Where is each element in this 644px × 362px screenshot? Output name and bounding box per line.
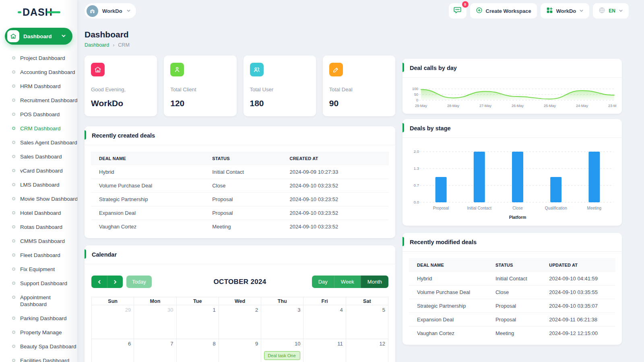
- calendar-day-cell[interactable]: 9: [219, 339, 261, 362]
- calendar-prev-button[interactable]: [91, 276, 107, 288]
- sidebar-item-crm-dashboard[interactable]: CRM Dashboard: [0, 121, 77, 136]
- table-cell: Vaughan Cortez: [91, 220, 204, 234]
- sidebar-item-beauty-spa-dashboard[interactable]: Beauty Spa Dashboard: [0, 339, 77, 354]
- stat-value: WorkDo: [91, 99, 151, 108]
- calendar-day-cell[interactable]: 4: [303, 305, 346, 339]
- table-cell: 2024-09-10 03:35:55: [541, 286, 615, 299]
- calendar-day-cell[interactable]: 29: [92, 305, 134, 339]
- card-title: Recently created deals: [92, 132, 155, 139]
- sidebar-item-sales-dashboard[interactable]: Sales Dashboard: [0, 150, 77, 164]
- calendar-day-cell[interactable]: 5: [346, 305, 388, 339]
- create-workspace-button[interactable]: Create Workspace: [470, 3, 537, 19]
- sidebar-item-facilities-dashboard[interactable]: Facilities Dashboard: [0, 354, 77, 362]
- card-header: Recently modified deals: [402, 233, 622, 252]
- sidebar-item-hrm-dashboard[interactable]: HRM Dashboard: [0, 79, 77, 93]
- page-title: Dashboard: [85, 30, 644, 39]
- sidebar-item-parking-dashboard[interactable]: Parking Dashboard: [0, 311, 77, 325]
- sidebar-item-fix-equipment[interactable]: Fix Equipment: [0, 262, 77, 276]
- table-row: HybridInitial Contact2024-09-10 04:41:59: [409, 272, 615, 286]
- sidebar-item-support-dashboard[interactable]: Support Dashboard: [0, 276, 77, 290]
- bullet-ring-icon: [12, 99, 15, 102]
- sidebar-item-appointment-dashboard[interactable]: Appointment Dashboard: [0, 290, 77, 311]
- sidebar-item-pos-dashboard[interactable]: POS Dashboard: [0, 107, 77, 121]
- sidebar-item-label: Project Dashboard: [20, 55, 65, 62]
- calendar-day-cell[interactable]: 7: [134, 339, 176, 362]
- svg-text:0.0: 0.0: [414, 200, 419, 204]
- sidebar-item-fleet-dashboard[interactable]: Fleet Dashboard: [0, 248, 77, 262]
- calendar-week-row: 678910Deal task One1112: [92, 339, 388, 362]
- workspace-switcher[interactable]: WorkDo: [85, 3, 136, 19]
- calendar-day-cell[interactable]: 10Deal task One: [261, 339, 303, 362]
- calendar-event[interactable]: Deal task One: [264, 351, 300, 360]
- calendar-day-cell[interactable]: 3: [261, 305, 303, 339]
- calendar-view-day-button[interactable]: Day: [312, 276, 334, 288]
- calendar-day-cell[interactable]: 6: [92, 339, 134, 362]
- sidebar-item-label: Facilities Dashboard: [20, 357, 69, 362]
- calendar-day-cell[interactable]: 1: [177, 305, 219, 339]
- calendar-day-cell[interactable]: 2: [219, 305, 261, 339]
- calendar-today-button[interactable]: Today: [126, 276, 152, 288]
- sidebar-item-accounting-dashboard[interactable]: Accounting Dashboard: [0, 65, 77, 79]
- stat-value: 120: [170, 99, 230, 108]
- table-cell: Vaughan Cortez: [409, 327, 487, 340]
- table-header-row: DEAL NAMESTATUSCREATED AT: [91, 152, 389, 165]
- table-cell: 2024-09-10 04:41:59: [541, 272, 615, 286]
- day-of-week-header: Mon: [134, 297, 176, 305]
- calendar-dow-row: SunMonTueWedThuFriSat: [92, 297, 388, 305]
- left-column: Good Evening,WorkDoTotal Client120Total …: [85, 56, 395, 362]
- calendar-day-cell[interactable]: 12: [346, 339, 388, 362]
- calendar-next-button[interactable]: [107, 276, 123, 288]
- sidebar-item-label: Beauty Spa Dashboard: [20, 343, 76, 350]
- calendar-view-week-button[interactable]: Week: [334, 276, 361, 288]
- day-number: 7: [170, 341, 173, 347]
- column-header: STATUS: [204, 152, 281, 165]
- calendar-day-cell[interactable]: 30: [134, 305, 176, 339]
- chevron-down-icon: [61, 33, 66, 40]
- card-title: Calendar: [92, 251, 117, 258]
- bullet-ring-icon: [12, 225, 15, 228]
- sidebar-item-vcard-dashboard[interactable]: vCard Dashboard: [0, 164, 77, 178]
- sidebar-item-rotas-dashboard[interactable]: Rotas Dashboard: [0, 220, 77, 234]
- calendar-day-cell[interactable]: 8: [177, 339, 219, 362]
- table-row: Volume Purchase DealClose2024-09-10 03:2…: [91, 179, 389, 193]
- table-cell: 2024-09-10 03:23:52: [282, 193, 389, 206]
- right-column: Deal calls by day 10050029-May28-May27-M…: [402, 59, 622, 362]
- day-number: 12: [380, 341, 385, 347]
- sidebar-item-project-dashboard[interactable]: Project Dashboard: [0, 51, 77, 65]
- column-header: DEAL NAME: [409, 258, 487, 272]
- svg-text:1.3: 1.3: [414, 166, 419, 171]
- sidebar-item-recruitment-dashboard[interactable]: Recruitment Dashboard: [0, 93, 77, 107]
- deal-calls-card: Deal calls by day 10050029-May28-May27-M…: [402, 59, 622, 114]
- table-cell: 2024-09-12 12:15:00: [541, 327, 615, 340]
- sidebar-item-lms-dashboard[interactable]: LMS Dashboard: [0, 178, 77, 192]
- calendar-view-month-button[interactable]: Month: [361, 276, 388, 288]
- sidebar-item-label: POS Dashboard: [20, 111, 60, 118]
- stat-card: Total Deal90: [323, 56, 395, 116]
- chevron-down-icon: [619, 8, 623, 14]
- table-cell: Strategic Partnership: [409, 299, 487, 313]
- sidebar-item-sales-agent-dashboard[interactable]: Sales Agent Dashboard: [0, 136, 77, 150]
- calendar-day-cell[interactable]: 11: [303, 339, 346, 362]
- day-number: 3: [297, 307, 300, 313]
- sidebar-item-label: Support Dashboard: [20, 280, 67, 287]
- app-logo[interactable]: DASH: [0, 0, 77, 25]
- svg-text:2.0: 2.0: [414, 149, 419, 154]
- sidebar-item-hotel-dashboard[interactable]: Hotel Dashboard: [0, 206, 77, 220]
- user-icon: [170, 63, 184, 76]
- sidebar-item-movie-show-dashboard[interactable]: Movie Show Dashboard: [0, 192, 77, 206]
- day-number: 29: [125, 307, 131, 313]
- messages-badge: 0: [462, 1, 469, 8]
- messages-button[interactable]: 0: [449, 3, 466, 19]
- sidebar-item-cmms-dashboard[interactable]: CMMS Dashboard: [0, 234, 77, 248]
- day-number: 10: [295, 341, 300, 347]
- sidebar-dashboard-group[interactable]: Dashboard: [5, 28, 72, 45]
- card-header: Calendar: [85, 245, 395, 264]
- app-menu-button[interactable]: WorkDo: [541, 3, 590, 19]
- sidebar-item-property-manage[interactable]: Property Manage: [0, 325, 77, 339]
- breadcrumb-dashboard-link[interactable]: Dashboard: [85, 42, 109, 48]
- language-selector[interactable]: EN: [593, 3, 629, 19]
- globe-icon: [599, 7, 605, 15]
- table-row: Strategic PartnershipProposal2024-09-10 …: [409, 299, 615, 313]
- svg-text:29-May: 29-May: [415, 104, 427, 108]
- sidebar-item-label: Fleet Dashboard: [20, 252, 60, 259]
